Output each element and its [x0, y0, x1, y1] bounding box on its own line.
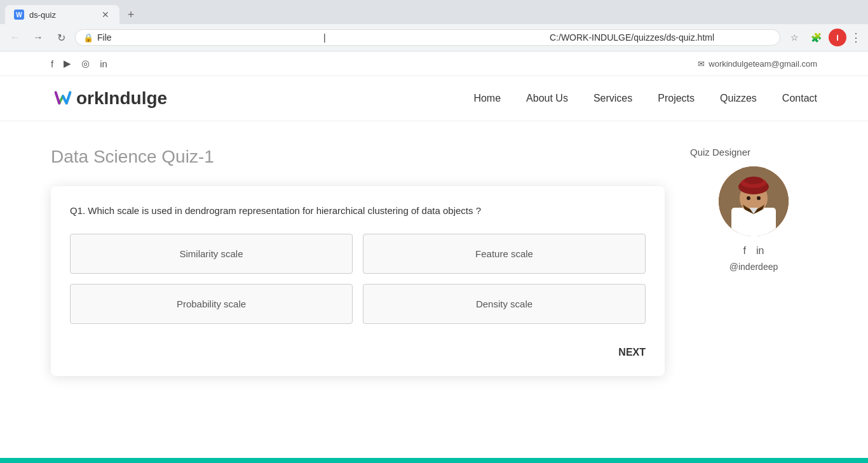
navbar: orkIndulge Home About Us Services Projec… [0, 76, 868, 121]
email-icon: ✉ [698, 59, 705, 69]
file-label: File [97, 32, 320, 43]
quiz-section: Data Science Quiz-1 Q1. Which scale is u… [51, 147, 665, 413]
active-tab[interactable]: W ds-quiz ✕ [5, 5, 119, 24]
address-bar: ← → ↻ 🔒 File | C:/WORK-INDULGE/quizzes/d… [0, 24, 868, 51]
top-bar: f ▶ ◎ in ✉ workindulgeteam@gmail.com [0, 51, 868, 76]
forward-button[interactable]: → [29, 29, 47, 46]
tab-title: ds-quiz [29, 10, 95, 20]
nav-projects[interactable]: Projects [658, 93, 695, 104]
address-url: C:/WORK-INDULGE/quizzes/ds-quiz.html [550, 32, 772, 43]
question-text: Q1. Which scale is used in dendrogram re… [70, 205, 646, 216]
email-address: workindulgeteam@gmail.com [709, 59, 817, 69]
new-tab-button[interactable]: + [122, 6, 140, 23]
toolbar-icons: ☆ 🧩 I ⋮ [785, 29, 862, 46]
instagram-icon[interactable]: ◎ [81, 58, 90, 69]
linkedin-icon[interactable]: in [100, 58, 107, 69]
website: f ▶ ◎ in ✉ workindulgeteam@gmail.com ork… [0, 51, 868, 439]
nav-links: Home About Us Services Projects Quizzes … [473, 93, 817, 104]
nav-services[interactable]: Services [593, 93, 632, 104]
more-icon[interactable]: ⋮ [850, 30, 862, 44]
designer-social: f in [743, 245, 764, 257]
nav-quizzes[interactable]: Quizzes [720, 93, 757, 104]
next-row: NEXT [70, 342, 646, 363]
svg-point-9 [747, 196, 750, 200]
social-icons: f ▶ ◎ in [51, 58, 107, 69]
extension-icon[interactable]: 🧩 [807, 29, 825, 46]
bookmark-icon[interactable]: ☆ [785, 29, 803, 46]
back-button[interactable]: ← [6, 29, 24, 46]
browser-chrome: W ds-quiz ✕ + ← → ↻ 🔒 File | C:/WORK-IND… [0, 0, 868, 51]
tab-favicon: W [14, 10, 24, 20]
next-button[interactable]: NEXT [618, 342, 646, 363]
nav-about[interactable]: About Us [526, 93, 568, 104]
logo-text: orkIndulge [76, 88, 167, 109]
svg-text:W: W [16, 11, 22, 18]
youtube-icon[interactable]: ▶ [64, 58, 71, 69]
svg-point-8 [744, 177, 763, 184]
options-grid: Similarity scale Feature scale Probabili… [70, 234, 646, 324]
option-density[interactable]: Density scale [363, 284, 646, 324]
address-separator: | [323, 32, 546, 43]
reload-button[interactable]: ↻ [52, 29, 70, 46]
option-similarity[interactable]: Similarity scale [70, 234, 353, 274]
logo-icon [51, 86, 75, 111]
tab-close-button[interactable]: ✕ [100, 8, 111, 21]
facebook-icon[interactable]: f [51, 58, 53, 69]
profile-icon[interactable]: I [829, 29, 846, 46]
quiz-title: Data Science Quiz-1 [51, 147, 665, 167]
designer-facebook-icon[interactable]: f [743, 245, 746, 257]
nav-contact[interactable]: Contact [782, 93, 817, 104]
designer-avatar [719, 166, 789, 236]
main-content: Data Science Quiz-1 Q1. Which scale is u… [0, 121, 868, 439]
quiz-designer-label: Quiz Designer [690, 147, 750, 158]
tab-bar: W ds-quiz ✕ + [0, 0, 868, 24]
address-input[interactable]: 🔒 File | C:/WORK-INDULGE/quizzes/ds-quiz… [75, 29, 780, 46]
svg-point-10 [757, 196, 761, 200]
nav-home[interactable]: Home [473, 93, 501, 104]
email-contact: ✉ workindulgeteam@gmail.com [698, 59, 817, 69]
avatar-image [719, 166, 789, 236]
option-probability[interactable]: Probability scale [70, 284, 353, 324]
lock-icon: 🔒 [83, 33, 93, 43]
logo[interactable]: orkIndulge [51, 86, 167, 111]
designer-name: @inderdeep [729, 262, 778, 272]
sidebar: Quiz Designer [690, 147, 817, 413]
quiz-card: Q1. Which scale is used in dendrogram re… [51, 186, 665, 376]
designer-linkedin-icon[interactable]: in [756, 245, 764, 257]
option-feature[interactable]: Feature scale [363, 234, 646, 274]
